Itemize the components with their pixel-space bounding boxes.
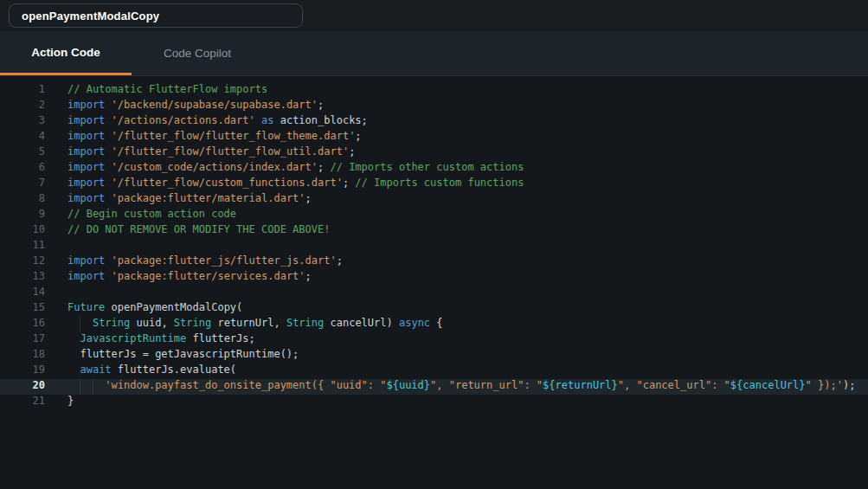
code-token-c: // Imports custom functions <box>355 177 524 189</box>
tab-action-code[interactable]: Action Code <box>0 31 132 75</box>
code-line[interactable]: 19 await flutterJs.evaluate( <box>0 364 868 379</box>
code-text: import 'package:flutter/material.dart'; <box>45 192 312 208</box>
code-token-p: ; <box>318 161 330 173</box>
line-number: 17 <box>0 332 45 348</box>
line-number: 1 <box>0 83 45 99</box>
code-line[interactable]: 18 flutterJs = getJavascriptRuntime(); <box>0 348 868 364</box>
code-text: import 'package:flutter/services.dart'; <box>45 270 312 286</box>
code-line[interactable]: 5import '/flutter_flow/flutter_flow_util… <box>0 145 868 161</box>
code-line[interactable]: 15Future openPaymentModalCopy( <box>0 301 868 317</box>
code-token-i: ${returnUrl} <box>543 379 618 391</box>
code-token-k: import <box>68 270 105 282</box>
code-line[interactable]: 14 <box>0 286 868 301</box>
code-token-p: ; <box>305 192 312 204</box>
code-token-i: ${cancelUrl} <box>730 379 806 391</box>
code-token-p: ; <box>343 177 355 189</box>
code-token-p: cancelUrl) <box>324 317 399 329</box>
action-name-value: openPaymentModalCopy <box>22 10 159 23</box>
code-line[interactable]: 12import 'package:flutter_js/flutter_js.… <box>0 254 868 270</box>
code-line[interactable]: 2import '/backend/supabase/supabase.dart… <box>0 99 868 114</box>
code-token-k: import <box>68 254 105 267</box>
line-number: 16 <box>0 317 45 332</box>
line-number: 18 <box>0 348 45 364</box>
code-token-t: JavascriptRuntime <box>80 332 186 344</box>
code-token-i: ${uuid} <box>386 379 430 391</box>
code-token-k: async <box>399 317 430 329</box>
code-token-s: ", "return_url": " <box>430 379 543 391</box>
code-line[interactable]: 20 'window.payfast_do_onsite_payment({ "… <box>0 379 868 395</box>
code-token-p <box>105 177 111 189</box>
code-token-t: String <box>174 317 211 329</box>
code-token-p: ); <box>843 379 855 391</box>
code-line[interactable]: 1// Automatic FlutterFlow imports <box>0 83 868 99</box>
tab-bar: Action Code Code Copilot <box>0 31 868 76</box>
code-text: flutterJs = getJavascriptRuntime(); <box>45 348 299 364</box>
code-token-p: action_blocks; <box>273 114 367 126</box>
code-line[interactable]: 9// Begin custom action code <box>0 208 868 223</box>
line-number: 20 <box>0 379 45 395</box>
code-token-p: ; <box>355 130 361 142</box>
code-line[interactable]: 13import 'package:flutter/services.dart'… <box>0 270 868 286</box>
code-token-p: { <box>430 317 442 329</box>
code-token-p: openPaymentModalCopy( <box>105 301 242 313</box>
code-token-p <box>105 192 111 204</box>
line-number: 7 <box>0 177 45 192</box>
code-text: import '/custom_code/actions/index.dart'… <box>45 161 524 177</box>
code-text: String uuid, String returnUrl, String ca… <box>45 317 443 332</box>
code-line[interactable]: 11 <box>0 239 868 254</box>
code-text: import '/flutter_flow/flutter_flow_util.… <box>45 145 355 161</box>
code-line[interactable]: 21} <box>0 395 868 410</box>
code-text: // Automatic FlutterFlow imports <box>45 83 267 99</box>
code-token-p <box>105 145 111 158</box>
code-token-s: 'package:flutter/services.dart' <box>112 270 305 282</box>
action-name-field[interactable]: openPaymentModalCopy <box>9 3 303 28</box>
code-line[interactable]: 7import '/flutter_flow/custom_functions.… <box>0 177 868 192</box>
line-number: 19 <box>0 364 45 379</box>
code-line[interactable]: 17 JavascriptRuntime flutterJs; <box>0 332 868 348</box>
code-token-p <box>68 332 80 344</box>
code-token-p <box>105 254 111 267</box>
code-token-s: 'package:flutter_js/flutter_js.dart' <box>112 254 337 267</box>
code-text: // Begin custom action code <box>45 208 236 223</box>
code-line[interactable]: 8import 'package:flutter/material.dart'; <box>0 192 868 208</box>
code-token-s: 'window.payfast_do_onsite_payment({ "uui… <box>68 379 386 391</box>
code-token-k: import <box>68 145 105 158</box>
code-token-p: ; <box>349 145 355 158</box>
line-number: 13 <box>0 270 45 286</box>
code-line[interactable]: 3import '/actions/actions.dart' as actio… <box>0 114 868 130</box>
code-token-s: '/flutter_flow/flutter_flow_theme.dart' <box>112 130 356 142</box>
code-line[interactable]: 4import '/flutter_flow/flutter_flow_them… <box>0 130 868 145</box>
code-token-s: ", "cancel_url": " <box>618 379 730 391</box>
line-number: 15 <box>0 301 45 317</box>
code-text: // DO NOT REMOVE OR MODIFY THE CODE ABOV… <box>45 223 330 239</box>
code-line[interactable]: 10// DO NOT REMOVE OR MODIFY THE CODE AB… <box>0 223 868 239</box>
code-token-c: // Begin custom action code <box>68 208 236 220</box>
code-token-p: returnUrl, <box>211 317 286 329</box>
code-token-p: } <box>68 395 74 407</box>
code-editor[interactable]: 1// Automatic FlutterFlow imports2import… <box>0 76 868 489</box>
line-number: 2 <box>0 99 45 114</box>
code-token-t: String <box>286 317 324 329</box>
line-number: 8 <box>0 192 45 208</box>
code-line[interactable]: 6import '/custom_code/actions/index.dart… <box>0 161 868 177</box>
line-number: 6 <box>0 161 45 177</box>
code-token-p: flutterJs; <box>186 332 254 344</box>
code-text: await flutterJs.evaluate( <box>45 364 236 379</box>
line-number: 3 <box>0 114 45 130</box>
code-token-p: flutterJs.evaluate( <box>112 364 237 376</box>
code-token-s: '/flutter_flow/custom_functions.dart' <box>112 177 343 189</box>
line-number: 14 <box>0 286 45 301</box>
code-token-k: await <box>80 364 111 376</box>
code-token-p <box>105 99 111 111</box>
code-token-s: '/custom_code/actions/index.dart' <box>112 161 318 173</box>
code-text <box>45 239 68 254</box>
code-text: import 'package:flutter_js/flutter_js.da… <box>45 254 343 270</box>
tab-code-copilot[interactable]: Code Copilot <box>132 31 263 75</box>
code-token-k: import <box>68 161 105 173</box>
code-token-p: ; <box>305 270 312 282</box>
line-number: 12 <box>0 254 45 270</box>
code-token-s: '/backend/supabase/supabase.dart' <box>112 99 318 111</box>
line-number: 9 <box>0 208 45 223</box>
code-text: Future openPaymentModalCopy( <box>45 301 242 317</box>
code-line[interactable]: 16 String uuid, String returnUrl, String… <box>0 317 868 332</box>
